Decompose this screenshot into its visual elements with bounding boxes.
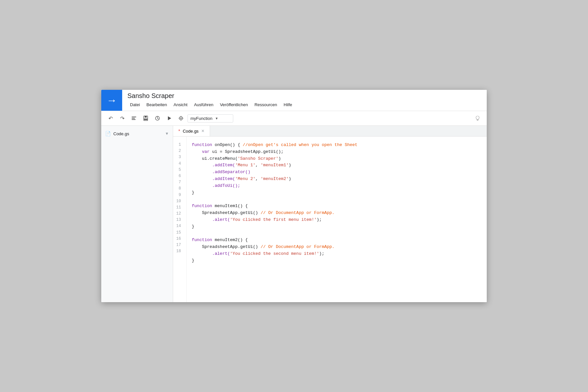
chevron-right-icon: ▼ <box>165 131 169 136</box>
sidebar-file-name: Code.gs <box>113 131 162 136</box>
line-num-11: 11 <box>173 204 186 211</box>
menu-bearbeiten[interactable]: Bearbeiten <box>144 101 170 108</box>
line-num-16: 16 <box>173 236 186 242</box>
app-title: Sansho Scraper <box>127 92 295 100</box>
line-num-12: 12 <box>173 211 186 217</box>
tab-dirty-indicator: * <box>178 128 180 134</box>
debug-button[interactable] <box>176 113 186 123</box>
function-selector[interactable]: myFunction ▼ <box>188 114 233 122</box>
svg-rect-4 <box>145 116 147 118</box>
line-num-1: 1 <box>173 142 186 148</box>
function-selector-label: myFunction <box>190 116 212 121</box>
line-num-15: 15 <box>173 230 186 236</box>
line-num-3: 3 <box>173 154 186 160</box>
tab-close-button[interactable]: ✕ <box>201 129 204 133</box>
sidebar-file-item[interactable]: 📄 Code.gs ▼ <box>101 128 173 139</box>
menu-ansicht[interactable]: Ansicht <box>171 101 190 108</box>
menu-veroffentlichen[interactable]: Veröffentlichen <box>217 101 251 108</box>
lightbulb-button[interactable] <box>472 113 483 123</box>
tab-label: Code.gs <box>183 129 198 134</box>
format-icon <box>131 115 137 121</box>
undo-button[interactable]: ↶ <box>105 113 116 123</box>
file-icon: 📄 <box>105 131 111 136</box>
logo-arrow-icon: → <box>106 94 117 106</box>
line-num-2: 2 <box>173 148 186 154</box>
logo: → <box>101 90 122 111</box>
svg-point-9 <box>180 118 182 119</box>
line-num-8: 8 <box>173 186 186 192</box>
editor-area: * Code.gs ✕ 1 2 3 4 5 6 7 8 9 10 <box>173 126 487 302</box>
history-icon <box>155 115 160 121</box>
code-lines[interactable]: function onOpen() { //onOpen get's calle… <box>187 137 487 302</box>
line-numbers: 1 2 3 4 5 6 7 8 9 10 11 12 13 14 15 16 1 <box>173 137 187 302</box>
menu-datei[interactable]: Datei <box>127 101 142 108</box>
title-content: Sansho Scraper Datei Bearbeiten Ansicht … <box>122 92 300 108</box>
format-button[interactable] <box>129 113 139 123</box>
save-button[interactable] <box>140 113 151 123</box>
svg-marker-7 <box>168 116 171 120</box>
tab-code-gs[interactable]: * Code.gs ✕ <box>173 126 210 136</box>
line-num-9: 9 <box>173 192 186 198</box>
title-bar: → Sansho Scraper Datei Bearbeiten Ansich… <box>101 90 487 111</box>
line-num-17: 17 <box>173 242 186 248</box>
svg-rect-2 <box>132 119 136 120</box>
menu-ausfuhren[interactable]: Ausführen <box>191 101 216 108</box>
menu-bar: Datei Bearbeiten Ansicht Ausführen Veröf… <box>127 101 295 108</box>
line-num-6: 6 <box>173 173 186 179</box>
svg-rect-5 <box>144 119 147 120</box>
svg-rect-15 <box>477 120 478 121</box>
history-button[interactable] <box>152 113 163 123</box>
svg-rect-0 <box>132 117 136 117</box>
line-num-18: 18 <box>173 248 186 254</box>
code-editor[interactable]: 1 2 3 4 5 6 7 8 9 10 11 12 13 14 15 16 1 <box>173 137 487 302</box>
app-window: → Sansho Scraper Datei Bearbeiten Ansich… <box>101 90 487 302</box>
save-icon <box>143 115 149 121</box>
toolbar: ↶ ↷ <box>101 111 487 126</box>
menu-hilfe[interactable]: Hilfe <box>281 101 295 108</box>
line-num-10: 10 <box>173 198 186 204</box>
line-num-14: 14 <box>173 223 186 229</box>
redo-button[interactable]: ↷ <box>117 113 127 123</box>
lightbulb-icon <box>475 115 481 121</box>
sidebar: 📄 Code.gs ▼ <box>101 126 173 302</box>
run-icon <box>166 115 172 121</box>
run-button[interactable] <box>164 113 174 123</box>
chevron-down-icon: ▼ <box>215 117 218 120</box>
content-area: 📄 Code.gs ▼ * Code.gs ✕ 1 2 3 <box>101 126 487 302</box>
menu-ressourcen[interactable]: Ressourcen <box>252 101 280 108</box>
line-num-5: 5 <box>173 167 186 173</box>
svg-rect-1 <box>132 118 135 119</box>
line-num-7: 7 <box>173 179 186 186</box>
line-num-13: 13 <box>173 217 186 223</box>
tab-bar: * Code.gs ✕ <box>173 126 487 137</box>
line-num-4: 4 <box>173 161 186 167</box>
debug-icon <box>178 115 184 121</box>
